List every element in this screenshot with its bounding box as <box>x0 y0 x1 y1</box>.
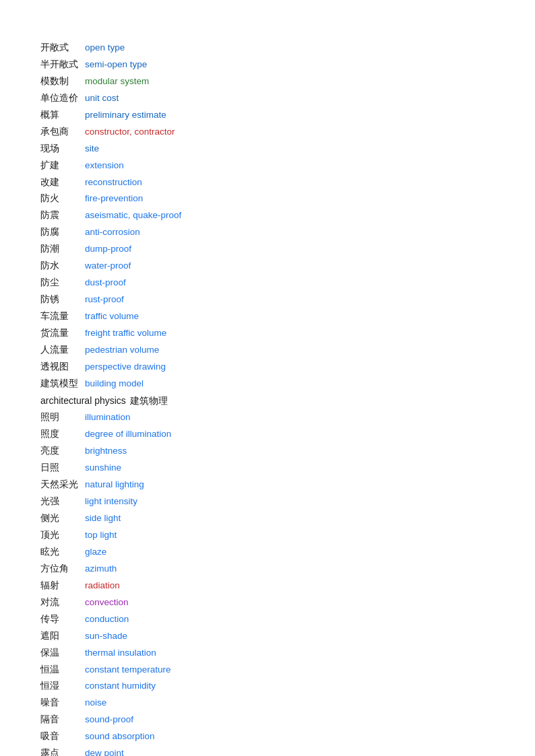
chinese-text: 防水 <box>40 259 81 274</box>
english-text: constructor, contractor <box>85 125 175 140</box>
list-item: 扩建extension <box>40 158 495 174</box>
list-item: 防尘dust-proof <box>40 275 495 291</box>
term-list: 开敞式open type半开敞式semi-open type模数制modular… <box>40 40 495 756</box>
list-item: 现场site <box>40 141 495 157</box>
english-text: anti-corrosion <box>85 225 140 240</box>
english-text: azimuth <box>85 561 117 577</box>
chinese-text: 货流量 <box>40 326 81 341</box>
english-text: reconstruction <box>85 175 142 191</box>
chinese-text: 概算 <box>40 108 81 123</box>
english-text: preliminary estimate <box>85 108 166 123</box>
chinese-text: 防潮 <box>40 242 81 257</box>
list-item: 照度degree of illumination <box>40 427 495 442</box>
english-text: semi-open type <box>85 57 147 73</box>
english-text: brightness <box>85 444 127 459</box>
list-item: 车流量traffic volume <box>40 309 495 324</box>
list-item: 亮度brightness <box>40 444 495 459</box>
chinese-text: 照明 <box>40 410 81 425</box>
list-item: 防震aseismatic, quake-proof <box>40 208 495 224</box>
english-text: radiation <box>85 578 120 594</box>
list-item: 对流convection <box>40 595 495 611</box>
english-text: thermal insulation <box>85 646 156 661</box>
chinese-text: 透视图 <box>40 359 81 375</box>
chinese-text: 方位角 <box>40 561 81 577</box>
chinese-text: 眩光 <box>40 545 81 560</box>
english-text: side light <box>85 511 121 526</box>
english-text: water-proof <box>85 259 131 274</box>
chinese-text: 保温 <box>40 646 81 661</box>
list-item: 方位角azimuth <box>40 561 495 577</box>
list-item: 露点dew point <box>40 746 495 756</box>
list-item: 防锈rust-proof <box>40 292 495 308</box>
list-item: 单位造价unit cost <box>40 91 495 106</box>
chinese-text: 单位造价 <box>40 91 81 106</box>
list-item: 货流量freight traffic volume <box>40 326 495 341</box>
list-item: 半开敞式semi-open type <box>40 57 495 73</box>
list-item: 防火fire-prevention <box>40 191 495 207</box>
chinese-text: 对流 <box>40 595 81 611</box>
english-text: modular system <box>85 74 149 90</box>
list-item: 照明illumination <box>40 410 495 425</box>
english-text: convection <box>85 595 129 611</box>
list-item: 遮阳sun-shade <box>40 629 495 644</box>
chinese-text: 防锈 <box>40 292 81 308</box>
list-item: 防腐anti-corrosion <box>40 225 495 240</box>
english-text: constant temperature <box>85 662 171 678</box>
list-item: 开敞式open type <box>40 40 495 56</box>
english-text: sunshine <box>85 460 121 476</box>
english-text: glaze <box>85 545 106 560</box>
list-item: 改建reconstruction <box>40 175 495 191</box>
english-text: pedestrian volume <box>85 343 159 358</box>
english-text: sound-proof <box>85 712 133 728</box>
list-item: 顶光top light <box>40 528 495 543</box>
english-text: dew point <box>85 746 124 756</box>
chinese-text: 传导 <box>40 612 81 627</box>
chinese-text: 防腐 <box>40 225 81 240</box>
chinese-text: 恒湿 <box>40 679 81 694</box>
list-item: 吸音sound absorption <box>40 729 495 745</box>
chinese-text: 防尘 <box>40 275 81 291</box>
english-text: sound absorption <box>85 729 155 745</box>
chinese-text: 照度 <box>40 427 81 442</box>
list-item: 光强light intensity <box>40 494 495 510</box>
chinese-text: 遮阳 <box>40 629 81 644</box>
english-text: constant humidity <box>85 679 156 694</box>
english-text: illumination <box>85 410 131 425</box>
english-text: top light <box>85 528 117 543</box>
chinese-text: 半开敞式 <box>40 57 81 73</box>
chinese-text: 天然采光 <box>40 477 81 493</box>
english-text: dust-proof <box>85 275 126 291</box>
list-item: 防潮dump-proof <box>40 242 495 257</box>
english-text: extension <box>85 158 124 174</box>
english-text: fire-prevention <box>85 191 143 207</box>
chinese-text: 防震 <box>40 208 81 224</box>
english-text: aseismatic, quake-proof <box>85 208 181 224</box>
list-item: 透视图perspective drawing <box>40 359 495 375</box>
list-item: 恒湿constant humidity <box>40 679 495 694</box>
list-item: 承包商constructor, contractor <box>40 125 495 140</box>
chinese-text: 亮度 <box>40 444 81 459</box>
chinese-text: 改建 <box>40 175 81 191</box>
english-text: degree of illumination <box>85 427 171 442</box>
list-item: 日照sunshine <box>40 460 495 476</box>
english-text: traffic volume <box>85 309 139 324</box>
chinese-text: 露点 <box>40 746 81 756</box>
list-item: 人流量pedestrian volume <box>40 343 495 358</box>
chinese-text: 车流量 <box>40 309 81 324</box>
chinese-text: 吸音 <box>40 729 81 745</box>
english-text: open type <box>85 40 125 56</box>
english-text: noise <box>85 695 106 711</box>
list-item: 传导conduction <box>40 612 495 627</box>
list-item: 建筑模型building model <box>40 376 495 392</box>
chinese-text: 侧光 <box>40 511 81 526</box>
english-text: rust-proof <box>85 292 124 308</box>
english-text: dump-proof <box>85 242 131 257</box>
chinese-text: 顶光 <box>40 528 81 543</box>
english-text: freight traffic volume <box>85 326 166 341</box>
english-text: unit cost <box>85 91 119 106</box>
chinese-text: 现场 <box>40 141 81 157</box>
chinese-text: 模数制 <box>40 74 81 90</box>
chinese-text: 光强 <box>40 494 81 510</box>
english-text: conduction <box>85 612 129 627</box>
list-item: 侧光side light <box>40 511 495 526</box>
